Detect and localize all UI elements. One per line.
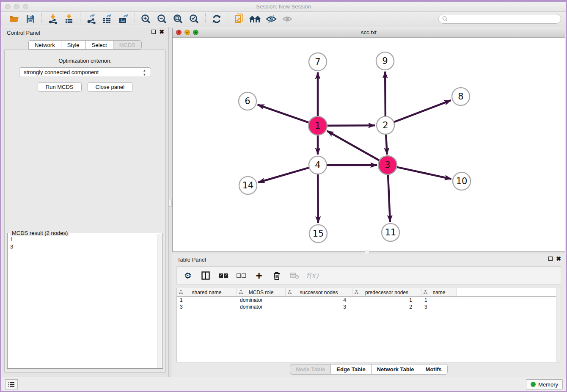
zoom-fit-button[interactable]: [172, 13, 184, 25]
unselect-all-columns-button[interactable]: [236, 271, 246, 281]
vertical-splitter-handle[interactable]: [169, 199, 172, 207]
import-network-button[interactable]: [47, 13, 59, 25]
column-type-icon: [355, 290, 358, 295]
close-panel-icon[interactable]: ✖: [159, 30, 164, 34]
table-body: 1dominator4113dominator323: [177, 297, 561, 310]
delete-table-button[interactable]: [289, 271, 300, 281]
tab-node-table[interactable]: Node Table: [290, 364, 331, 375]
table-panel-title: Table Panel: [177, 257, 206, 263]
table-toolbar: ⚙ +: [176, 266, 561, 284]
delete-table-icon: [290, 272, 299, 279]
column-layout-button[interactable]: [201, 271, 211, 281]
tab-edge-table[interactable]: Edge Table: [331, 364, 371, 375]
cell-MCDS-role: dominator: [237, 304, 286, 310]
delete-column-button[interactable]: [272, 271, 282, 281]
edge-3-10[interactable]: [396, 167, 451, 179]
search-input[interactable]: [450, 16, 557, 22]
network-graph[interactable]: 1234678910111415: [173, 38, 565, 252]
save-floppy-icon: [26, 15, 35, 23]
gear-icon: ⚙: [184, 271, 192, 281]
close-table-panel-icon[interactable]: ✖: [556, 257, 561, 261]
column-header-successor-nodes[interactable]: successor nodes: [286, 288, 352, 296]
hide-selected-button[interactable]: [265, 13, 278, 25]
column-header-label: MCDS role: [249, 290, 274, 295]
first-neighbors-button[interactable]: [249, 13, 261, 25]
import-table-button[interactable]: [63, 13, 75, 25]
search-icon: [442, 16, 448, 22]
add-column-button[interactable]: +: [254, 271, 264, 281]
open-folder-icon: [9, 15, 19, 23]
tab-style[interactable]: Style: [61, 40, 86, 50]
column-settings-button[interactable]: ⚙: [183, 271, 193, 281]
edge-3-1[interactable]: [327, 131, 380, 160]
function-builder-button[interactable]: f(x): [307, 271, 317, 281]
table-row[interactable]: 1dominator411: [177, 297, 561, 304]
column-header-name[interactable]: name: [421, 288, 457, 296]
edge-4-15[interactable]: [318, 174, 318, 223]
tab-network-table[interactable]: Network Table: [372, 364, 420, 375]
eye-slash-icon: [266, 14, 277, 24]
mcds-result-text[interactable]: 1 3: [8, 236, 157, 367]
control-panel-title: Control Panel: [7, 30, 40, 36]
tab-network[interactable]: Network: [28, 40, 61, 50]
zoom-in-icon: [141, 14, 151, 24]
task-history-button[interactable]: [5, 379, 18, 389]
column-type-icon: [239, 290, 243, 295]
tab-mcds[interactable]: MCDS: [113, 40, 142, 50]
edge-4-14[interactable]: [258, 168, 309, 182]
node-label-7: 7: [315, 57, 320, 67]
refresh-button[interactable]: [210, 13, 223, 25]
float-table-panel-icon[interactable]: [548, 257, 553, 261]
run-mcds-button[interactable]: Run MCDS: [38, 82, 82, 92]
close-panel-button[interactable]: Close panel: [88, 82, 133, 92]
export-network-icon: [86, 14, 96, 24]
float-panel-icon[interactable]: [151, 30, 156, 34]
window-title: Session: New Session: [1, 3, 566, 10]
table-panel: Table Panel ✖ ⚙: [172, 254, 565, 377]
mcds-result-scrollbar[interactable]: [157, 234, 162, 368]
cell-MCDS-role: dominator: [237, 297, 286, 304]
optimization-criterion-value: strongly connected component: [24, 69, 99, 75]
select-stepper-icon: [143, 69, 148, 76]
edge-1-6[interactable]: [258, 105, 309, 122]
show-all-button[interactable]: [281, 13, 294, 25]
save-session-button[interactable]: [24, 13, 37, 25]
cell-shared-name: 3: [177, 304, 237, 310]
network-canvas[interactable]: 1234678910111415: [173, 38, 565, 251]
column-header-predecessor-nodes[interactable]: predecessor nodes: [352, 288, 421, 296]
column-header-MCDS-role[interactable]: MCDS role: [237, 288, 286, 296]
zoom-selected-button[interactable]: [188, 13, 201, 25]
export-table-icon: [102, 14, 113, 24]
edge-1-2[interactable]: [327, 125, 375, 126]
edge-2-3[interactable]: [386, 135, 387, 155]
unchecked-box-icon: [242, 273, 246, 278]
vertical-splitter[interactable]: [168, 27, 172, 377]
export-table-button[interactable]: [101, 13, 114, 25]
zoom-in-button[interactable]: [140, 13, 152, 25]
zoom-out-button[interactable]: [156, 13, 168, 25]
search-box[interactable]: [438, 14, 561, 24]
column-header-shared-name[interactable]: shared name: [177, 288, 237, 296]
tab-select[interactable]: Select: [86, 40, 113, 50]
node-label-6: 6: [245, 96, 250, 106]
clone-network-button[interactable]: [233, 13, 245, 25]
table-row[interactable]: 3dominator323: [177, 304, 561, 310]
memory-button[interactable]: Memory: [526, 379, 563, 389]
fx-icon: f(x): [306, 271, 318, 280]
optimization-criterion-select[interactable]: strongly connected component: [19, 67, 151, 77]
export-network-button[interactable]: [85, 13, 98, 25]
open-file-button[interactable]: [8, 13, 21, 25]
select-all-columns-button[interactable]: [218, 271, 228, 281]
table-scrollbar[interactable]: [556, 288, 561, 362]
edge-2-9[interactable]: [385, 72, 385, 116]
cell-predecessor-nodes: 1: [352, 297, 421, 304]
edge-2-8[interactable]: [394, 100, 451, 122]
list-icon: [8, 381, 15, 387]
node-table: shared nameMCDS rolesuccessor nodesprede…: [176, 288, 561, 362]
export-image-button[interactable]: [117, 13, 130, 25]
network-window-titlebar[interactable]: × − + scc.txt: [173, 27, 565, 38]
edge-3-11[interactable]: [388, 174, 390, 222]
node-label-2: 2: [383, 120, 388, 130]
node-label-10: 10: [456, 176, 468, 186]
tab-motifs[interactable]: Motifs: [420, 364, 448, 375]
